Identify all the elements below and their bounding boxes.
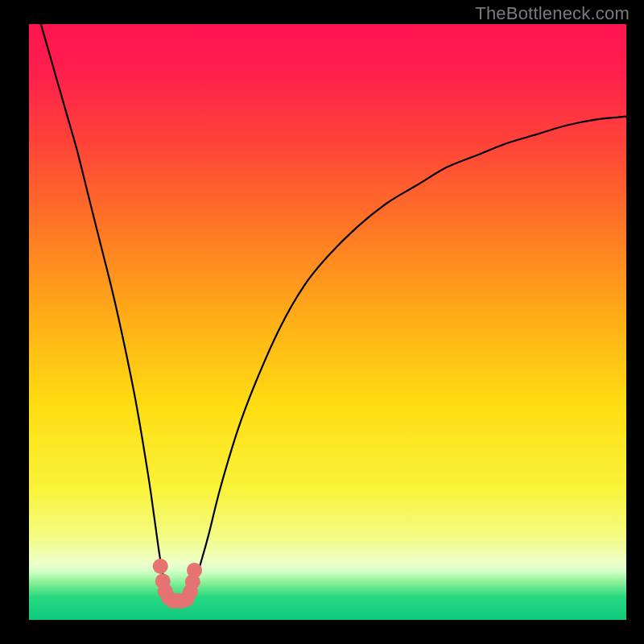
marker-dot (153, 559, 168, 574)
watermark-text: TheBottleneck.com (475, 3, 630, 24)
chart-svg (0, 0, 644, 644)
chart-container: TheBottleneck.com (0, 0, 644, 644)
marker-dot (187, 563, 202, 578)
